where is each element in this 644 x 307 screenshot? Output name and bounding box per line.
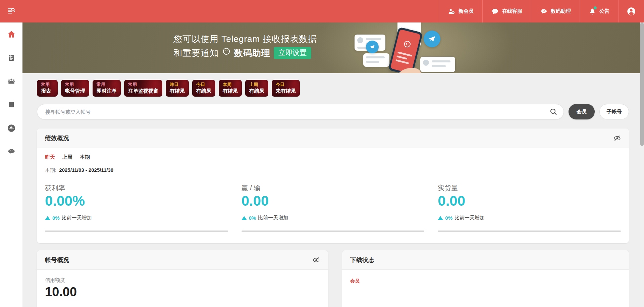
banner-text: 您可以使用 Telegram 接收报表数据 和重要通知 数码助理 立即设置 (173, 32, 317, 60)
subaccount-filter-button[interactable]: 子帐号 (599, 104, 629, 119)
eye-off-icon[interactable] (313, 256, 320, 264)
metric-win-loss: 赢 / 输 0.00 0% 比前一天增加 (241, 184, 425, 232)
quick-link-live-bets[interactable]: 常用 即时注单 (93, 80, 121, 97)
chat-icon (491, 8, 499, 15)
main-content: 您可以使用 Telegram 接收报表数据 和重要通知 数码助理 立即设置 (22, 22, 644, 307)
quick-link-yesterday-settled[interactable]: 昨日 有结果 (166, 80, 189, 97)
member-filter-button[interactable]: 会员 (569, 104, 595, 119)
nav-account[interactable] (618, 0, 644, 22)
chip-tag: 常用 (41, 82, 54, 88)
nav-announcements[interactable]: 公告 (580, 0, 618, 22)
notification-dot (594, 6, 597, 9)
metric-value: 0.00 (241, 193, 425, 209)
chip-label: 有结果 (196, 88, 211, 94)
account-panel-body: 信用额度 10.00 (37, 270, 328, 307)
performance-panel: 绩效概况 昨天 上周 本期 本期: 2025/11/03 - 2025/11/3… (37, 129, 629, 243)
delta-text: 比前一天增加 (454, 215, 485, 221)
search-icon[interactable] (549, 108, 557, 116)
banner-bot-name: 数码助理 (234, 46, 270, 60)
chip-label: 有结果 (223, 88, 238, 94)
chip-label: 注单监视视窗 (128, 88, 158, 94)
metric-value: 0.00 (438, 193, 621, 209)
page-scrollbar (640, 22, 644, 307)
metric-label: 赢 / 输 (241, 184, 425, 193)
nav-label: 在线客服 (502, 8, 522, 14)
metric-progress-bar (438, 231, 621, 232)
tab-this-period[interactable]: 本期 (80, 154, 90, 160)
scrollbar-thumb[interactable] (640, 22, 644, 146)
period-range: 本期: 2025/11/03 - 2025/11/30 (45, 167, 621, 173)
metrics-grid: 获利率 0.00% 0% 比前一天增加 赢 / 输 0.00 0% (45, 184, 621, 232)
metric-delta: 0% 比前一天增加 (438, 215, 621, 221)
chip-label: 即时注单 (97, 88, 117, 94)
chip-tag: 常用 (97, 82, 117, 88)
metric-label: 获利率 (45, 184, 228, 193)
menu-search-icon (7, 6, 16, 16)
downline-member-link[interactable]: 会员 (350, 278, 360, 284)
chip-tag: 本周 (223, 82, 238, 88)
home-icon (7, 30, 16, 40)
quick-link-bet-monitor[interactable]: 常用 注单监视视窗 (124, 80, 162, 97)
account-panel-header: 帐号概况 (37, 250, 328, 270)
search-row: 会员 子帐号 (37, 104, 629, 119)
group-icon (7, 77, 16, 87)
metric-delta: 0% 比前一天增加 (45, 215, 228, 221)
sidebar-item-activity[interactable] (0, 119, 22, 139)
quick-link-today-settled[interactable]: 今日 有结果 (192, 80, 215, 97)
nav-live-support[interactable]: 在线客服 (482, 0, 531, 22)
menu-search-button[interactable] (0, 0, 22, 22)
tab-yesterday[interactable]: 昨天 (45, 154, 55, 160)
up-triangle-icon (241, 216, 247, 220)
telegram-plane-icon (424, 31, 440, 47)
chip-label: 未有结果 (276, 88, 296, 94)
panel-title: 下线状态 (350, 256, 374, 264)
sidebar-item-orders[interactable] (0, 96, 22, 115)
metric-delta: 0% 比前一天增加 (241, 215, 425, 221)
up-triangle-icon (45, 216, 50, 220)
setup-now-button[interactable]: 立即设置 (274, 47, 311, 59)
performance-tabs: 昨天 上周 本期 (45, 154, 621, 160)
sidebar-item-home[interactable] (0, 25, 22, 45)
downline-panel-header: 下线状态 (342, 250, 629, 270)
activity-pulse-icon (7, 124, 16, 134)
tab-last-week[interactable]: 上周 (62, 154, 72, 160)
chip-label: 帐号管理 (65, 88, 85, 94)
receipt-icon (7, 101, 15, 110)
credit-limit-label: 信用额度 (45, 277, 320, 284)
message-card (420, 57, 455, 72)
header-nav: 新会员 在线客服 (439, 0, 644, 22)
quick-link-reports[interactable]: 常用 报表 (37, 80, 58, 97)
up-triangle-icon (438, 216, 443, 220)
quick-link-lastweek-settled[interactable]: 上周 有结果 (245, 80, 268, 97)
sidebar-item-accounts[interactable] (0, 72, 22, 92)
chip-label: 有结果 (170, 88, 185, 94)
chip-tag: 昨日 (170, 82, 185, 88)
nav-label: 新会员 (459, 8, 474, 14)
account-circle-icon (627, 7, 636, 16)
quick-link-account-management[interactable]: 常用 帐号管理 (61, 80, 89, 97)
search-input[interactable] (45, 109, 549, 115)
chip-tag: 常用 (65, 82, 85, 88)
chip-label: 有结果 (249, 88, 264, 94)
quick-link-thisweek-settled[interactable]: 本周 有结果 (219, 80, 242, 97)
metric-turnover: 实货量 0.00 0% 比前一天增加 (438, 184, 621, 232)
quick-link-today-unsettled[interactable]: 今日 未有结果 (272, 80, 300, 97)
delta-text: 比前一天增加 (258, 215, 288, 221)
panel-title: 绩效概况 (45, 134, 69, 142)
sidebar-item-assistant[interactable] (0, 143, 22, 162)
chip-label: 报表 (41, 88, 54, 94)
nav-label: 公告 (599, 8, 609, 14)
message-card (363, 53, 389, 67)
eye-off-icon[interactable] (613, 135, 621, 142)
nav-digital-assistant[interactable]: 数码助理 (531, 0, 580, 22)
sidebar-item-reports[interactable] (0, 49, 22, 68)
bot-icon (540, 8, 547, 15)
metric-profit-rate: 获利率 0.00% 0% 比前一天增加 (45, 184, 228, 232)
chip-tag: 今日 (276, 82, 296, 88)
metric-progress-bar (241, 231, 425, 232)
nav-new-member[interactable]: 新会员 (439, 0, 482, 22)
period-value: 2025/11/03 - 2025/11/30 (59, 167, 113, 173)
credit-limit-value: 10.00 (45, 285, 320, 299)
report-chart-icon (7, 54, 15, 63)
bell-icon (589, 8, 596, 15)
